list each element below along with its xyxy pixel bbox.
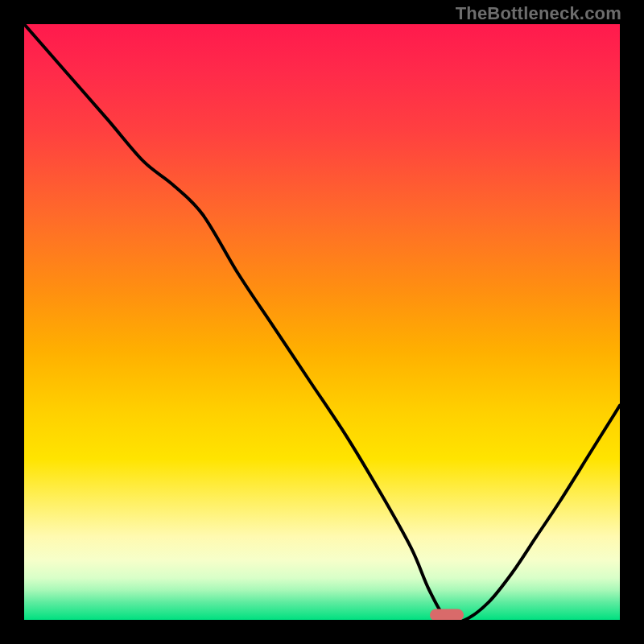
plot-area [24,24,620,620]
bottleneck-curve [24,24,620,620]
optimal-marker [430,609,464,621]
chart-frame: TheBottleneck.com [0,0,644,644]
watermark-text: TheBottleneck.com [456,3,621,24]
